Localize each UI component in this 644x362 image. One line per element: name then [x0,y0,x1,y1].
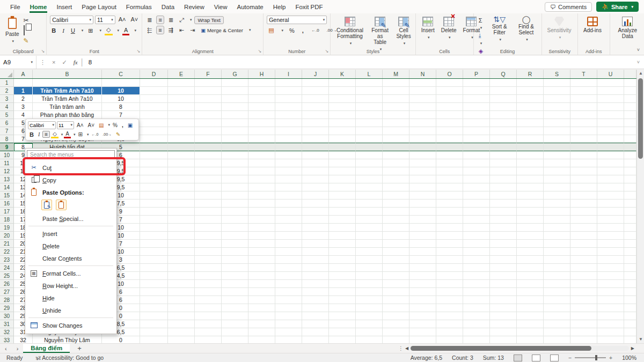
cell[interactable] [222,336,248,343]
menu-item-copy[interactable]: Copy [25,174,116,186]
cell[interactable] [248,264,275,272]
splitter-dots-icon[interactable]: ⋮ [398,345,403,351]
cell[interactable] [624,200,636,208]
cell[interactable] [140,127,168,135]
cell[interactable] [275,280,302,288]
cell[interactable] [517,272,544,280]
cell[interactable] [490,328,517,336]
cell[interactable] [597,256,624,264]
cell[interactable] [544,159,570,167]
cell[interactable] [570,111,597,119]
cell[interactable]: 2 [14,95,33,103]
cell[interactable] [490,95,517,103]
cell[interactable] [356,304,383,312]
new-sheet-button[interactable]: + [70,344,89,352]
cell[interactable] [597,328,624,336]
row-header-6[interactable]: 6 [0,119,14,127]
cell[interactable] [248,248,275,256]
cell[interactable] [275,264,302,272]
cell[interactable] [222,216,248,224]
row-header-22[interactable]: 22 [0,248,14,256]
cell[interactable] [248,288,275,296]
cell[interactable] [436,328,463,336]
cell[interactable] [409,256,436,264]
cell[interactable] [356,135,383,143]
cell[interactable] [463,159,490,167]
cell[interactable] [168,256,195,264]
cell[interactable] [517,119,544,127]
cell[interactable] [195,151,222,159]
vertical-scrollbar[interactable]: ▲ ▼ [636,70,644,343]
cell[interactable] [222,79,248,87]
italic-button[interactable]: I [61,27,66,34]
cell[interactable] [168,264,195,272]
cell[interactable] [409,272,436,280]
scroll-up-icon[interactable]: ▲ [637,70,644,77]
cell[interactable] [624,320,636,328]
cell[interactable] [356,159,383,167]
cell[interactable] [624,272,636,280]
cell[interactable] [222,151,248,159]
cell[interactable] [302,183,329,191]
cell[interactable] [409,216,436,224]
mini-bold-button[interactable]: B [28,131,35,138]
cell[interactable] [544,296,570,304]
cell[interactable] [168,248,195,256]
cell[interactable] [168,216,195,224]
cell[interactable] [597,320,624,328]
cell[interactable] [195,304,222,312]
cell[interactable] [570,159,597,167]
cell[interactable] [597,336,624,343]
cell[interactable] [329,95,356,103]
cell[interactable] [168,200,195,208]
cell[interactable] [436,280,463,288]
cell[interactable]: 3 [14,103,33,111]
cell[interactable] [597,175,624,183]
cell[interactable] [168,224,195,232]
cell[interactable] [222,312,248,320]
cell[interactable] [248,240,275,248]
cell[interactable] [383,183,409,191]
cell[interactable]: Nguyễn Thùy Lâm [33,336,102,343]
cell[interactable] [544,127,570,135]
cell[interactable] [222,328,248,336]
cell[interactable] [490,159,517,167]
row-header-27[interactable]: 27 [0,288,14,296]
cell[interactable] [222,288,248,296]
cell[interactable] [168,175,195,183]
row-header-24[interactable]: 24 [0,264,14,272]
cell[interactable] [275,87,302,95]
cell[interactable] [248,151,275,159]
cell[interactable] [517,143,544,151]
cell[interactable] [463,191,490,200]
cell[interactable] [597,119,624,127]
cell[interactable] [302,175,329,183]
column-header-J[interactable]: J [302,70,329,78]
cell[interactable] [222,200,248,208]
cell[interactable] [140,175,168,183]
cell[interactable] [490,232,517,240]
column-header-H[interactable]: H [248,70,275,78]
cell[interactable] [195,288,222,296]
cell[interactable] [248,200,275,208]
cell[interactable] [275,200,302,208]
cell[interactable] [383,159,409,167]
cell[interactable] [383,256,409,264]
cell[interactable] [544,200,570,208]
cell[interactable] [490,272,517,280]
cell[interactable] [517,328,544,336]
cell[interactable] [597,127,624,135]
cell[interactable] [597,304,624,312]
cell[interactable] [302,79,329,87]
cell[interactable] [222,256,248,264]
cell[interactable] [383,87,409,95]
decrease-font-icon[interactable]: A˅ [129,16,140,24]
cell[interactable] [302,248,329,256]
cell[interactable] [356,224,383,232]
cancel-icon[interactable]: × [49,59,58,65]
cell[interactable] [302,111,329,119]
cell[interactable] [329,119,356,127]
cell[interactable] [597,248,624,256]
cell[interactable] [624,191,636,200]
cell[interactable] [409,200,436,208]
